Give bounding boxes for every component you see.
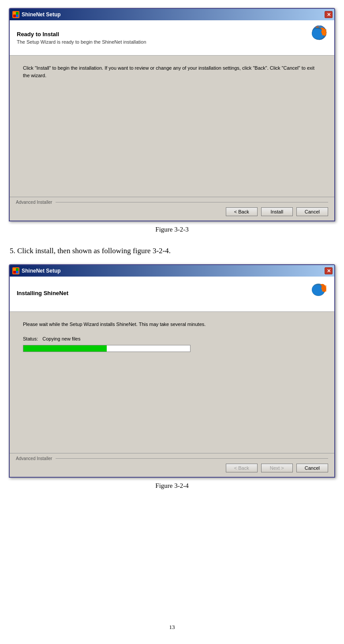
installer-footer-1: Advanced Installer < Back Install Cancel — [10, 197, 334, 221]
logo-2 — [301, 282, 327, 306]
body-intro-2: Please wait while the Setup Wizard insta… — [23, 321, 321, 328]
installer-window-2: ShineNet Setup ✕ Installing ShineNet Ple… — [9, 264, 335, 478]
install-button[interactable]: Install — [261, 207, 293, 216]
title-bar-left-2: ShineNet Setup — [12, 267, 61, 274]
step-5-text: 5. Click install, then shown as followin… — [9, 247, 171, 255]
svg-rect-8 — [16, 271, 19, 273]
page-number: 13 — [169, 616, 175, 631]
app-icon-2 — [12, 267, 19, 274]
close-button-1[interactable]: ✕ — [325, 11, 333, 18]
progress-bar — [23, 345, 191, 352]
svg-rect-0 — [13, 12, 16, 15]
subheading-1: The Setup Wizard is ready to begin the S… — [17, 39, 146, 45]
installer-footer-2: Advanced Installer < Back Next > Cancel — [10, 453, 334, 477]
title-bar-left-1: ShineNet Setup — [12, 11, 61, 18]
svg-rect-3 — [13, 15, 16, 17]
status-row: Status: Copying new files — [23, 336, 321, 341]
svg-rect-1 — [16, 15, 19, 17]
heading-1: Ready to Install — [17, 31, 146, 37]
progress-bar-fill — [23, 345, 107, 352]
footer-buttons-2: < Back Next > Cancel — [16, 464, 328, 472]
caption-1: Figure 3-2-3 — [155, 226, 188, 233]
status-value: Copying new files — [42, 336, 80, 341]
app-icon-1 — [12, 11, 19, 18]
svg-rect-7 — [13, 268, 16, 271]
installer-body-2: Please wait while the Setup Wizard insta… — [10, 312, 334, 453]
title-bar-text-2: ShineNet Setup — [22, 268, 61, 274]
body-text-1: Click "Install" to begin the installatio… — [23, 64, 321, 79]
status-label: Status: — [23, 336, 38, 341]
title-bar-1: ShineNet Setup ✕ — [10, 9, 334, 20]
footer-brand-1: Advanced Installer — [16, 200, 328, 205]
cancel-button-2[interactable]: Cancel — [296, 464, 328, 472]
heading-2: Installing ShineNet — [17, 290, 68, 296]
title-bar-2: ShineNet Setup ✕ — [10, 265, 334, 277]
next-button[interactable]: Next > — [261, 464, 293, 472]
footer-buttons-1: < Back Install Cancel — [16, 207, 328, 216]
header-text-1: Ready to Install The Setup Wizard is rea… — [17, 31, 146, 45]
title-bar-text-1: ShineNet Setup — [22, 11, 61, 18]
installer-header-1: Ready to Install The Setup Wizard is rea… — [10, 20, 334, 56]
installer-body-1: Click "Install" to begin the installatio… — [10, 56, 334, 197]
header-text-2: Installing ShineNet — [17, 290, 68, 298]
footer-brand-2: Advanced Installer — [16, 456, 328, 461]
caption-2: Figure 3-2-4 — [155, 482, 188, 490]
installer-window-1: ShineNet Setup ✕ Ready to Install The Se… — [9, 8, 335, 221]
close-button-2[interactable]: ✕ — [325, 267, 333, 274]
cancel-button-1[interactable]: Cancel — [296, 207, 328, 216]
installer-header-2: Installing ShineNet — [10, 277, 334, 312]
svg-rect-9 — [16, 268, 19, 271]
svg-rect-10 — [13, 271, 16, 273]
svg-rect-2 — [16, 12, 19, 15]
back-button-2[interactable]: < Back — [226, 464, 258, 472]
logo-1 — [301, 26, 327, 50]
back-button-1[interactable]: < Back — [226, 207, 258, 216]
